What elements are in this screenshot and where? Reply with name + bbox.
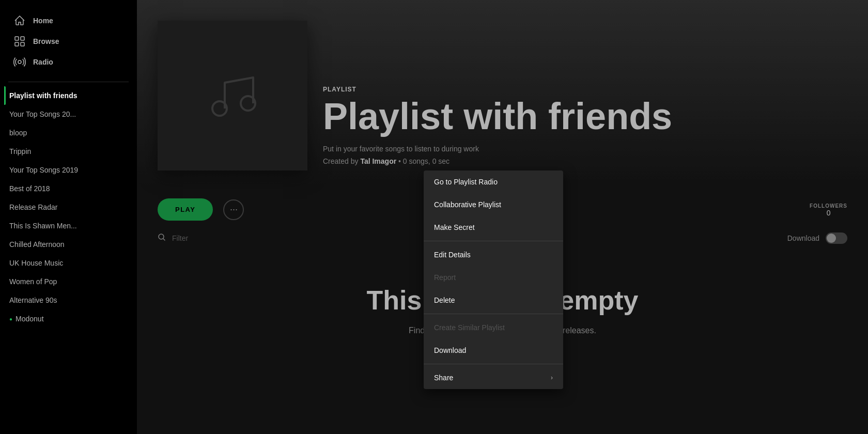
menu-item-make-secret[interactable]: Make Secret [424,216,563,239]
radio-icon [13,56,26,68]
menu-item-report: Report [424,266,563,289]
svg-point-4 [18,60,21,64]
sidebar-item-alternative-90s[interactable]: Alternative 90s [4,291,133,309]
more-options-button[interactable]: ··· [223,199,244,220]
sidebar-item-your-top-songs[interactable]: Your Top Songs 20... [4,105,133,123]
svg-rect-2 [15,42,19,46]
sidebar-item-best-of-2018[interactable]: Best of 2018 [4,179,133,198]
sidebar-item-browse[interactable]: Browse [8,31,129,52]
sidebar-item-your-top-songs-2019[interactable]: Your Top Songs 2019 [4,161,133,179]
menu-item-collaborative-playlist[interactable]: Collaborative Playlist [424,193,563,216]
sidebar-item-release-radar[interactable]: Release Radar [4,198,133,216]
filter-input[interactable] [172,234,262,242]
search-icon [158,233,166,243]
play-button[interactable]: PLAY [158,198,213,221]
playlist-info: PLAYLIST Playlist with friends Put in yo… [323,86,672,171]
menu-item-delete[interactable]: Delete [424,289,563,312]
sidebar-item-radio[interactable]: Radio [8,52,129,72]
svg-rect-3 [21,42,24,46]
hero-section: PLAYLIST Playlist with friends Put in yo… [137,0,868,186]
followers-label: FOLLOWERS [810,203,847,208]
sidebar-item-radio-label: Radio [33,58,53,66]
sidebar-playlists: Playlist with friends Your Top Songs 20.… [0,86,137,434]
playlist-meta: Created by Tal Imagor • 0 songs, 0 sec [323,157,672,165]
menu-item-share[interactable]: Share › [424,366,563,389]
sidebar-item-women-of-pop[interactable]: Women of Pop [4,272,133,291]
playlist-type-label: PLAYLIST [323,86,672,93]
followers-count: 0 [810,208,847,216]
download-section: Download [787,233,847,244]
sidebar-item-chilled-afternoon[interactable]: Chilled Afternoon [4,235,133,254]
menu-item-download[interactable]: Download [424,339,563,362]
sidebar-item-trippin[interactable]: Trippin [4,142,133,161]
menu-item-go-to-playlist-radio[interactable]: Go to Playlist Radio [424,171,563,193]
menu-divider-1 [424,241,563,241]
sidebar-item-home-label: Home [33,17,53,25]
sidebar: Home Browse [0,0,137,434]
sidebar-nav: Home Browse [0,0,137,78]
followers-section: FOLLOWERS 0 [810,203,847,216]
sidebar-item-browse-label: Browse [33,37,59,45]
playlist-cover [158,21,307,171]
download-label: Download [787,234,819,242]
svg-rect-1 [21,37,24,40]
ellipsis-icon: ··· [230,204,238,215]
menu-item-edit-details[interactable]: Edit Details [424,243,563,266]
menu-item-create-similar-playlist: Create Similar Playlist [424,316,563,339]
menu-divider-3 [424,364,563,364]
sidebar-item-bloop[interactable]: bloop [4,123,133,142]
sidebar-item-playlist-with-friends[interactable]: Playlist with friends [4,86,133,105]
sidebar-item-modonut[interactable]: ● Modonut [4,309,133,328]
browse-icon [13,35,26,48]
sidebar-divider [8,82,129,82]
sidebar-item-uk-house-music[interactable]: UK House Music [4,254,133,272]
playlist-title: Playlist with friends [323,97,672,136]
menu-divider-2 [424,314,563,314]
svg-rect-0 [15,37,19,40]
sidebar-item-home[interactable]: Home [8,10,129,31]
share-arrow-icon: › [551,374,553,381]
playlist-description: Put in your favorite songs to listen to … [323,145,672,153]
home-icon [13,14,26,27]
sidebar-item-this-is-shawn-men[interactable]: This Is Shawn Men... [4,216,133,235]
context-menu: Go to Playlist Radio Collaborative Playl… [424,171,563,389]
music-note-icon [202,65,264,127]
download-toggle[interactable] [826,233,847,244]
